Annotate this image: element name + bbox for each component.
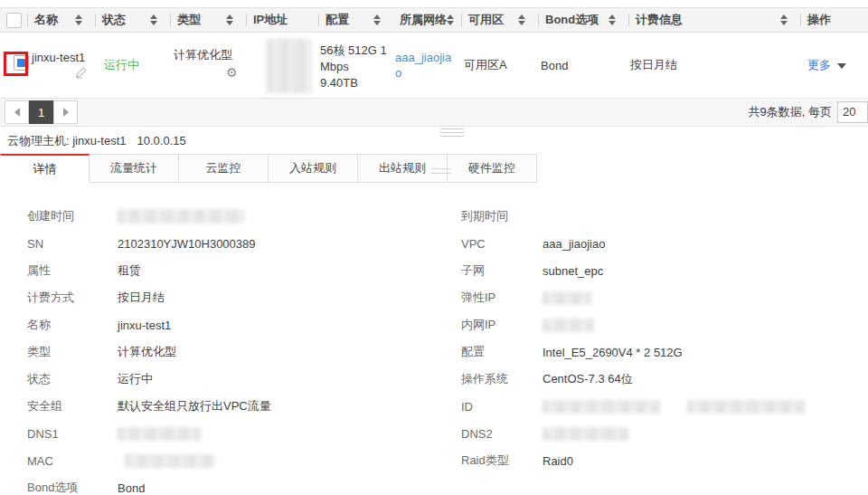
panel-title-bar: 云物理主机: jinxu-test1 10.0.0.15: [0, 128, 868, 154]
detail-row-dns2: DNS2: [461, 420, 863, 447]
config-line: 56核 512G 1: [320, 43, 387, 59]
config-line: 9.40TB: [320, 75, 358, 91]
column-header-actions: 操作: [800, 8, 868, 32]
instance-name: jinxu-test1: [32, 51, 85, 64]
detail-row-sn: SN 2102310YJW10H3000389: [27, 230, 434, 257]
pencil-icon[interactable]: [75, 66, 88, 81]
column-divider: [95, 14, 96, 26]
detail-row-billing-mode: 计费方式 按日月结: [27, 284, 434, 311]
detail-row-create-time: 创建时间: [27, 203, 434, 230]
row-actions-cell: 更多: [800, 33, 868, 98]
detail-row-subnet: 子网 subnet_epc: [461, 257, 863, 284]
column-divider: [27, 14, 28, 26]
row-type-cell: 计算优化型 ⚙: [170, 33, 246, 98]
row-ip-cell: [246, 33, 318, 98]
drag-handle-icon[interactable]: [440, 129, 464, 139]
column-header-billing[interactable]: 计费信息: [628, 8, 800, 32]
pagination-summary: 共9条数据, 每页: [749, 104, 832, 120]
detail-row-security-group: 安全组 默认安全组只放行出VPC流量: [27, 393, 434, 420]
sort-icon[interactable]: [780, 14, 788, 25]
redacted-value: [125, 454, 215, 468]
row-config-cell: 56核 512G 1 Mbps 9.40TB: [318, 33, 393, 98]
column-header-bond[interactable]: Bond选项: [538, 8, 628, 32]
more-actions-link[interactable]: 更多: [807, 57, 831, 73]
row-zone-cell: 可用区A: [461, 33, 538, 98]
detail-row-bond-option: Bond选项 Bond: [27, 474, 434, 495]
billing-text: 按日月结: [630, 57, 677, 73]
redacted-value: [542, 427, 628, 441]
column-header-ip: IP地址: [246, 8, 318, 32]
page-number-button[interactable]: 1: [29, 100, 53, 124]
chevron-right-icon: [63, 108, 69, 117]
tab-cloud-monitor[interactable]: 云监控: [179, 154, 269, 183]
bare-metal-console: 名称 状态 类型 IP地址 配置 所属网络 可用区: [0, 0, 868, 495]
prev-page-button[interactable]: [5, 100, 29, 124]
column-divider: [800, 14, 801, 26]
sort-icon[interactable]: [609, 14, 616, 25]
chevron-left-icon: [14, 108, 20, 117]
row-status-cell: 运行中: [95, 33, 170, 98]
sort-icon[interactable]: [373, 14, 381, 25]
detail-row-mac: MAC: [27, 447, 434, 474]
column-header-zone[interactable]: 可用区: [461, 8, 538, 32]
splitter-handle-icon[interactable]: [431, 168, 451, 177]
row-checkbox-cell: [0, 33, 27, 98]
page-size-select[interactable]: 20: [837, 101, 868, 123]
redacted-value: [118, 209, 244, 224]
header-checkbox-cell: [0, 8, 27, 32]
detail-row-vpc: VPC aaa_jiaojiao: [461, 230, 863, 257]
sort-icon[interactable]: [447, 14, 454, 25]
detail-row-private-ip: 内网IP: [461, 311, 863, 338]
tab-details[interactable]: 详情: [0, 154, 90, 183]
table-row: jinxu-test1 运行中 计算优化型 ⚙ 56核 512G 1 Mbps …: [0, 33, 868, 98]
column-divider: [628, 14, 629, 26]
column-header-config[interactable]: 配置: [318, 8, 393, 32]
gear-icon[interactable]: ⚙: [226, 65, 238, 80]
detail-row-status: 状态 运行中: [27, 366, 434, 393]
detail-row-dns1: DNS1: [27, 420, 434, 447]
detail-tabs: 详情 流量统计 云监控 入站规则 出站规则 硬件监控: [0, 154, 537, 183]
column-divider: [538, 14, 539, 26]
tab-inbound-rules[interactable]: 入站规则: [269, 154, 358, 183]
detail-row-os: 操作系统 CentOS-7.3 64位: [461, 366, 863, 393]
redacted-value: [542, 319, 594, 332]
column-divider: [318, 14, 319, 26]
panel-title: 云物理主机: jinxu-test1: [7, 133, 126, 149]
column-header-type[interactable]: 类型: [170, 8, 246, 32]
sort-icon[interactable]: [75, 14, 82, 25]
bond-text: Bond: [541, 59, 568, 72]
redacted-value: [118, 427, 201, 441]
sort-icon[interactable]: [518, 14, 525, 25]
column-header-network[interactable]: 所属网络: [393, 8, 461, 32]
tab-traffic-stats[interactable]: 流量统计: [90, 154, 179, 183]
detail-row-config: 配置 Intel_E5_2690V4 * 2 512G: [461, 338, 863, 366]
type-text: 计算优化型: [174, 47, 232, 63]
detail-row-eip: 弹性IP: [461, 284, 863, 311]
column-divider: [461, 14, 462, 26]
detail-row-raid-type: Raid类型 Raid0: [461, 447, 863, 474]
redacted-value: [542, 400, 660, 414]
row-network-cell: aaa_jiaojiao: [393, 33, 461, 98]
column-header-status[interactable]: 状态: [95, 8, 170, 32]
row-bond-cell: Bond: [538, 33, 628, 98]
network-link[interactable]: aaa_jiaojiao: [395, 50, 457, 81]
select-all-checkbox[interactable]: [6, 13, 22, 28]
table-header: 名称 状态 类型 IP地址 配置 所属网络 可用区: [0, 7, 868, 33]
redacted-value: [542, 291, 591, 305]
tab-hardware-monitor[interactable]: 硬件监控: [448, 154, 537, 183]
detail-row-name: 名称 jinxu-test1: [27, 311, 434, 338]
sort-icon[interactable]: [150, 14, 157, 25]
row-billing-cell: 按日月结: [628, 33, 800, 98]
zone-text: 可用区A: [464, 57, 507, 73]
column-divider: [170, 14, 171, 26]
red-annotation-box: [4, 52, 28, 76]
detail-row-expire-time: 到期时间: [461, 203, 863, 230]
column-header-name[interactable]: 名称: [27, 8, 95, 32]
config-line: Mbps: [320, 59, 349, 75]
next-page-button[interactable]: [53, 100, 78, 124]
redacted-value: [687, 400, 805, 414]
status-text: 运行中: [95, 57, 139, 73]
sort-icon[interactable]: [226, 14, 233, 25]
caret-down-icon: [837, 63, 846, 69]
detail-column-right: 到期时间 VPC aaa_jiaojiao 子网 subnet_epc 弹性IP…: [461, 203, 863, 474]
